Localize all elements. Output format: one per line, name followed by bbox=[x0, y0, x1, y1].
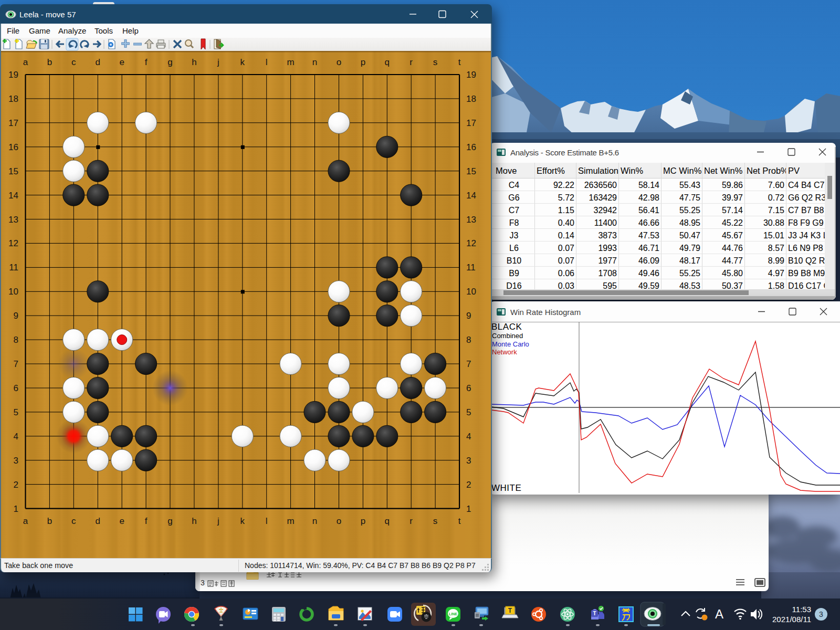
svg-text:19: 19 bbox=[8, 70, 18, 80]
svg-text:p: p bbox=[361, 516, 365, 526]
svg-text:Combined: Combined bbox=[492, 332, 523, 340]
svg-text:d: d bbox=[96, 57, 100, 67]
svg-text:T: T bbox=[508, 607, 512, 614]
svg-text:11: 11 bbox=[9, 262, 18, 272]
svg-text:19: 19 bbox=[466, 70, 476, 80]
svg-text:10: 10 bbox=[466, 287, 476, 297]
svg-text:Leela - move 57: Leela - move 57 bbox=[19, 10, 76, 19]
svg-text:4: 4 bbox=[466, 432, 471, 442]
svg-text:g: g bbox=[167, 516, 172, 526]
svg-text:n: n bbox=[312, 57, 317, 67]
svg-text:16: 16 bbox=[466, 142, 476, 152]
svg-text:LINE: LINE bbox=[449, 612, 457, 616]
svg-text:c: c bbox=[71, 57, 76, 67]
svg-text:8: 8 bbox=[466, 335, 471, 345]
svg-text:2: 2 bbox=[466, 480, 471, 490]
svg-text:e: e bbox=[119, 57, 124, 67]
svg-text:k: k bbox=[240, 516, 245, 526]
svg-text:l: l bbox=[266, 57, 268, 67]
svg-text:a: a bbox=[23, 57, 28, 67]
svg-text:16: 16 bbox=[8, 142, 18, 152]
svg-text:2021/08/11: 2021/08/11 bbox=[772, 615, 811, 624]
svg-text:12: 12 bbox=[466, 238, 476, 248]
svg-text:10: 10 bbox=[8, 287, 18, 297]
svg-text:q: q bbox=[385, 516, 390, 526]
svg-text:j: j bbox=[217, 57, 219, 67]
svg-text:3: 3 bbox=[466, 456, 471, 466]
svg-text:q: q bbox=[385, 57, 390, 67]
svg-text:5: 5 bbox=[466, 407, 471, 417]
svg-text:Monte Carlo: Monte Carlo bbox=[492, 340, 529, 348]
svg-text:f: f bbox=[145, 57, 148, 67]
svg-text:k: k bbox=[240, 57, 245, 67]
svg-text:14: 14 bbox=[8, 191, 18, 201]
svg-text:17: 17 bbox=[8, 118, 18, 128]
svg-text:e: e bbox=[119, 516, 124, 526]
svg-text:b: b bbox=[47, 57, 52, 67]
svg-text:d: d bbox=[96, 516, 100, 526]
svg-text:a: a bbox=[23, 516, 28, 526]
svg-text:A: A bbox=[715, 607, 723, 621]
svg-text:p: p bbox=[361, 57, 365, 67]
svg-text:h: h bbox=[192, 57, 196, 67]
svg-text:r: r bbox=[410, 516, 413, 526]
svg-text:n: n bbox=[312, 516, 317, 526]
svg-text:1: 1 bbox=[466, 504, 471, 514]
svg-text:j: j bbox=[217, 516, 219, 526]
svg-text:m: m bbox=[287, 516, 295, 526]
svg-text:6: 6 bbox=[14, 383, 18, 393]
svg-text:WHITE: WHITE bbox=[491, 483, 521, 493]
svg-text:h: h bbox=[192, 516, 196, 526]
svg-text:s: s bbox=[433, 57, 438, 67]
svg-text:1: 1 bbox=[14, 504, 18, 514]
svg-text:12: 12 bbox=[8, 238, 18, 248]
svg-text:18: 18 bbox=[466, 94, 476, 104]
svg-text:8: 8 bbox=[14, 335, 18, 345]
svg-text:o: o bbox=[337, 516, 341, 526]
svg-text:17: 17 bbox=[466, 118, 476, 128]
svg-text:f: f bbox=[145, 516, 148, 526]
svg-text:3: 3 bbox=[819, 610, 823, 618]
svg-text:l: l bbox=[266, 516, 268, 526]
svg-text:r: r bbox=[410, 57, 413, 67]
svg-text:s: s bbox=[433, 516, 438, 526]
svg-text:BLACK: BLACK bbox=[491, 322, 522, 332]
svg-text:9: 9 bbox=[466, 311, 471, 321]
svg-text:2: 2 bbox=[14, 480, 18, 490]
svg-text:b: b bbox=[47, 516, 52, 526]
svg-text:7: 7 bbox=[14, 359, 18, 369]
svg-text:6: 6 bbox=[466, 383, 471, 393]
svg-text:c: c bbox=[71, 516, 76, 526]
svg-text:T: T bbox=[593, 611, 596, 616]
svg-text:15: 15 bbox=[466, 166, 476, 176]
svg-text:Network: Network bbox=[492, 348, 517, 356]
svg-text:4: 4 bbox=[14, 432, 18, 442]
svg-text:3: 3 bbox=[14, 456, 18, 466]
svg-text:13: 13 bbox=[8, 215, 18, 225]
svg-text:11:53: 11:53 bbox=[792, 605, 811, 614]
svg-text:t: t bbox=[458, 516, 461, 526]
svg-text:13: 13 bbox=[466, 215, 476, 225]
svg-text:14: 14 bbox=[466, 191, 476, 201]
svg-text:11: 11 bbox=[466, 262, 476, 272]
svg-text:15: 15 bbox=[8, 166, 18, 176]
svg-text:5: 5 bbox=[14, 407, 18, 417]
svg-text:g: g bbox=[167, 57, 172, 67]
svg-text:7: 7 bbox=[466, 359, 471, 369]
svg-text:Win Rate Histogram: Win Rate Histogram bbox=[510, 308, 581, 317]
svg-text:m: m bbox=[287, 57, 295, 67]
svg-text:o: o bbox=[337, 57, 341, 67]
svg-text:18: 18 bbox=[8, 94, 18, 104]
svg-text:t: t bbox=[458, 57, 461, 67]
svg-text:Analysis - Score Estimate B+5.: Analysis - Score Estimate B+5.6 bbox=[510, 148, 619, 157]
svg-text:9: 9 bbox=[14, 311, 18, 321]
